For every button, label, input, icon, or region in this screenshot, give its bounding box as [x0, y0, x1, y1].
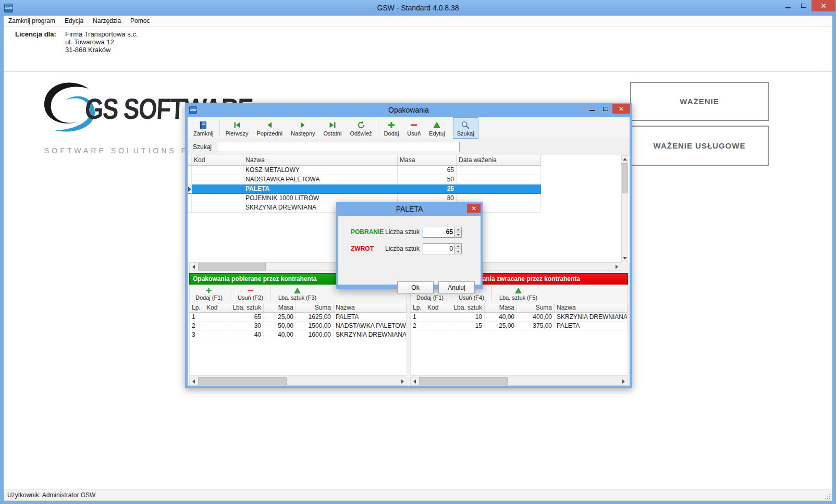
scroll-right-arrow[interactable] [620, 377, 628, 385]
table-row[interactable]: 3 40 40,00 1600,00 SKRZYNIA DREWNIANA [190, 330, 407, 339]
col-masa[interactable]: Masa [398, 155, 457, 166]
opakowania-minimize-button[interactable] [585, 104, 599, 114]
opakowania-titlebar[interactable]: GSW Opakowania ✕ [188, 103, 630, 117]
row-marker-header [188, 155, 192, 166]
scrollbar-thumb[interactable] [419, 377, 508, 385]
scrollbar-thumb[interactable] [198, 263, 266, 271]
poprzedni-label: Poprzedni [257, 130, 283, 137]
resize-grip-icon[interactable] [824, 493, 831, 499]
zwrot-row: ZWROT Liczba sztuk [338, 243, 481, 254]
stepper-up-button[interactable] [455, 244, 461, 249]
search-row: Szukaj [188, 139, 630, 155]
table-row[interactable]: 2 30 50,00 1500,00 NADSTAWKA PALETOWA [190, 322, 407, 330]
zwracane-table-header: Lp. Kod Lba. sztuk Masa Suma Nazwa [411, 303, 628, 313]
wazenie-uslugowe-button[interactable]: WAŻENIE USŁUGOWE [630, 126, 769, 166]
table-row[interactable]: NADSTAWKA PALETOWA 50 [188, 175, 541, 185]
zamknij-button[interactable]: Zamknij [189, 117, 218, 139]
opakowania-maximize-button[interactable] [599, 104, 612, 114]
nastepny-label: Następny [291, 130, 315, 137]
edit-triangle-icon [515, 287, 522, 294]
ostatni-button[interactable]: Ostatni [319, 117, 346, 139]
dodaj-button[interactable]: Dodaj [380, 117, 403, 139]
previous-record-icon [265, 120, 274, 130]
menu-narzedzia[interactable]: Narzędzia [88, 16, 126, 26]
refresh-icon [356, 120, 366, 130]
szukaj-button[interactable]: Szukaj [453, 117, 478, 139]
maximize-icon [801, 4, 806, 8]
maximize-button[interactable] [796, 0, 812, 11]
horizontal-scrollbar[interactable] [410, 377, 628, 386]
table-row[interactable]: KOSZ METALOWY 65 [188, 166, 541, 175]
nastepny-button[interactable]: Następny [287, 117, 319, 139]
menu-edycja[interactable]: Edycja [60, 16, 88, 26]
scrollbar-thumb[interactable] [622, 163, 628, 193]
usun-button[interactable]: Usuń [403, 117, 425, 139]
close-icon: ✕ [619, 106, 624, 112]
menu-pomoc[interactable]: Pomoc [126, 16, 154, 26]
edit-triangle-icon [294, 287, 301, 294]
col-nazwa[interactable]: Nazwa [243, 155, 398, 166]
wazenie-button[interactable]: WAŻENIE [630, 82, 769, 121]
scroll-left-arrow[interactable] [190, 377, 198, 385]
opakowania-window-controls: ✕ [585, 104, 630, 114]
pobierane-dodaj-button[interactable]: Dodaj (F1) [190, 285, 228, 303]
paleta-dialog-close-button[interactable]: ✕ [467, 204, 481, 213]
table-row[interactable]: 2 15 25,00 375,00 PALETA [411, 322, 628, 330]
pierwszy-button[interactable]: Pierwszy [222, 117, 253, 139]
menu-zamknij-program[interactable]: Zamknij program [4, 16, 60, 26]
license-line-1: Firma Transportowa s.c. [65, 30, 138, 38]
table-row[interactable]: 1 10 40,00 400,00 SKRZYNIA DREWNIANA [411, 313, 628, 322]
zwrot-liczba-sztuk-label: Liczba sztuk [385, 245, 423, 252]
desktop: GSW GSW - Standard 4.0.8.38 ✕ Zamknij pr… [0, 0, 836, 504]
statusbar: Użytkownik: Administrator GSW [4, 489, 832, 501]
main-window-controls: ✕ [780, 0, 835, 11]
maximize-icon [603, 107, 608, 111]
dodaj-label: Dodaj [384, 130, 399, 137]
license-label: Licencja dla: [15, 30, 56, 38]
stepper-down-button[interactable] [455, 249, 461, 254]
zwracane-table: Lp. Kod Lba. sztuk Masa Suma Nazwa 1 10 … [410, 303, 628, 376]
scroll-right-arrow[interactable] [399, 377, 407, 385]
close-button[interactable]: ✕ [812, 0, 835, 11]
pierwszy-label: Pierwszy [226, 130, 249, 137]
zamknij-label: Zamknij [193, 130, 214, 137]
stepper-up-button[interactable] [455, 227, 461, 232]
edytuj-button[interactable]: Edytuj [425, 117, 449, 139]
search-input[interactable] [217, 142, 460, 152]
col-data-wazenia[interactable]: Data ważenia [457, 155, 541, 166]
pobierane-lba-sztuk-button[interactable]: Lba. sztuk (F3) [273, 285, 322, 303]
odswiez-button[interactable]: Odśwież [346, 117, 376, 139]
paleta-dialog-titlebar[interactable]: PALETA ✕ [338, 202, 481, 216]
minimize-button[interactable] [780, 0, 796, 11]
zwracane-lba-sztuk-button[interactable]: Lba. sztuk (F5) [494, 285, 543, 303]
scroll-up-arrow[interactable] [622, 156, 628, 163]
main-titlebar[interactable]: GSW GSW - Standard 4.0.8.38 ✕ [0, 0, 836, 16]
pobierane-usun-button[interactable]: Usuń (F2) [232, 285, 269, 303]
first-record-icon [232, 120, 242, 130]
row-selector-arrow-icon [188, 187, 191, 192]
stepper-down-button[interactable] [455, 232, 461, 237]
zwrot-quantity-input[interactable] [423, 243, 454, 254]
szukaj-label: Szukaj [457, 130, 474, 137]
horizontal-scrollbar[interactable] [189, 377, 407, 386]
scrollbar-thumb[interactable] [198, 377, 287, 385]
vertical-scrollbar[interactable] [621, 155, 628, 262]
scroll-right-arrow[interactable] [613, 263, 621, 271]
poprzedni-button[interactable]: Poprzedni [253, 117, 287, 139]
edit-triangle-icon [432, 120, 441, 130]
minimize-icon [589, 110, 595, 111]
pobranie-quantity-input[interactable] [423, 227, 454, 238]
scroll-left-arrow[interactable] [190, 263, 198, 271]
table-row[interactable]: 1 65 25,00 1625,00 PALETA [190, 313, 407, 322]
anuluj-button[interactable]: Anuluj [438, 281, 475, 293]
table-row-selected[interactable]: PALETA 25 [188, 185, 541, 194]
opakowania-close-button[interactable]: ✕ [612, 104, 630, 114]
toolbar-separator [378, 119, 378, 137]
ok-button[interactable]: Ok [397, 281, 434, 293]
pobranie-stepper [454, 227, 462, 238]
col-kod[interactable]: Kod [192, 155, 243, 166]
search-label: Szukaj [193, 143, 212, 151]
ostatni-label: Ostatni [324, 130, 342, 137]
scroll-down-arrow[interactable] [622, 255, 628, 262]
scroll-left-arrow[interactable] [411, 377, 419, 385]
